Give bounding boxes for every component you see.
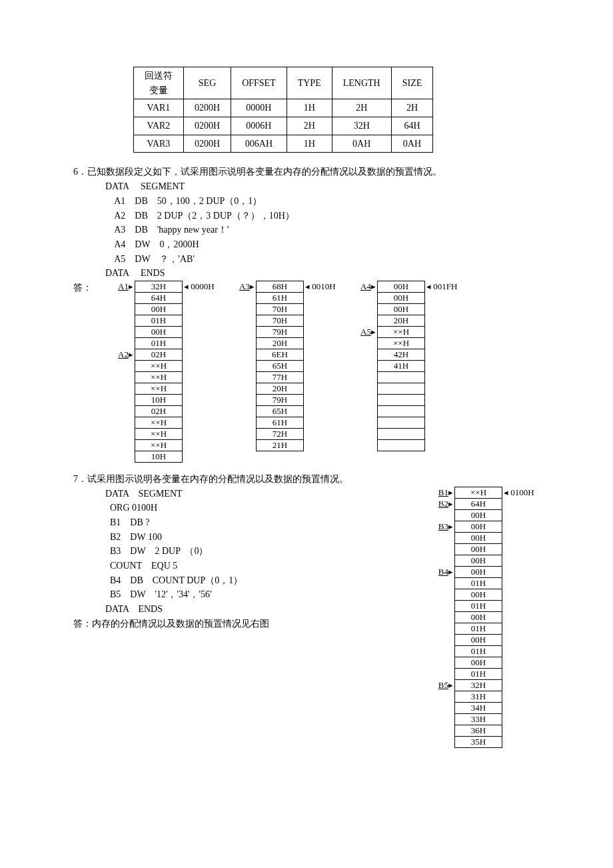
mem-addr [425,394,462,405]
q7-code-8: DATA ENDS [73,602,398,617]
mem-cell: 65H [257,360,304,371]
th-size: SIZE [391,67,433,99]
mem-addr [425,405,462,417]
mem-addr [502,702,540,713]
mem-cell: 00H [378,281,425,292]
mem-addr [502,623,540,634]
mem-label [227,394,256,405]
mem-cell: 20H [257,337,304,349]
mem-addr [425,417,462,428]
mem-label [227,349,256,360]
mem-label [425,543,454,555]
th-length: LENGTH [332,67,391,99]
mem-addr [502,668,540,679]
mem-addr [502,679,540,691]
mem-addr [183,394,220,405]
mem-cell [378,405,425,417]
q7-code-0: DATA SEGMENT [73,487,398,501]
mem-label [105,371,135,383]
mem-cell [378,439,425,451]
mem-addr [183,337,220,349]
cell: 64H [391,117,433,135]
q7-code-6: B4 DB COUNT DUP（0，1） [73,573,398,588]
mem-addr [304,303,341,315]
q6-answer: 答： [73,281,105,295]
mem-addr [183,315,220,326]
mem-cell: 34H [455,702,502,713]
mem-addr [304,292,341,303]
mem-addr [502,736,540,747]
mem-cell: 00H [455,521,502,532]
table-row: VAR3 0200H 006AH 1H 0AH 0AH [134,135,433,153]
mem-addr [502,600,540,611]
mem-label [105,405,135,417]
mem-cell: 00H [378,292,425,303]
mem-cell: 79H [257,394,304,405]
mem-addr [502,725,540,736]
mem-cell: 00H [455,509,502,521]
mem-label [105,315,135,326]
mem-cell: ××H [135,383,183,394]
mem-addr [183,360,220,371]
mem-label [105,303,135,315]
mem-label [348,337,377,349]
mem-cell: 10H [135,451,183,462]
mem-addr [425,292,462,303]
mem-label [425,736,454,747]
mem-label [227,405,256,417]
mem-addr [183,428,220,439]
mem-addr [304,417,341,428]
mem-cell: 35H [455,736,502,747]
mem-addr [183,303,220,315]
mem-cell: 64H [135,292,183,303]
mem-label: A2▸ [105,349,135,360]
q6-code-1: A1 DB 50，100，2 DUP（0，1） [73,194,540,209]
mem-label [425,657,454,668]
q7-text: 试采用图示说明各变量在内存的分配情况以及数据的预置情况。 [87,474,348,484]
mem-addr [304,315,341,326]
mem-label [105,337,135,349]
mem-cell: 6EH [257,349,304,360]
cell: 0200H [184,99,231,117]
q7-code-5: COUNT EQU 5 [73,559,398,573]
mem-addr: ◂ 0000H [183,281,220,292]
cell: 0000H [231,99,287,117]
mem-label [105,439,135,451]
mem-cell: 01H [455,645,502,657]
mem-cell: 00H [455,657,502,668]
mem-label: B2▸ [425,498,454,509]
mem-cell: 01H [135,337,183,349]
mem-label [105,417,135,428]
mem-cell: 00H [455,589,502,600]
q7-memory-diagram: B1▸B2▸B3▸B4▸B5▸ ××H64H00H00H00H00H00H00H… [425,487,540,748]
q7-code-4: B3 DW 2 DUP （0） [73,544,398,559]
mem-addr [425,371,462,383]
mem-label [105,360,135,371]
mem-cell: 61H [257,292,304,303]
mem-addr [502,521,540,532]
mem-cell: 70H [257,303,304,315]
cell: 2H [287,117,332,135]
mem-cell: ××H [135,428,183,439]
mem-cell [378,428,425,439]
mem-cell: 33H [455,713,502,725]
cell: 32H [332,117,391,135]
mem-label [425,634,454,645]
mem-label [425,509,454,521]
question-7: 7．试采用图示说明各变量在内存的分配情况以及数据的预置情况。 [73,472,540,487]
q6-code-3: A3 DB 'happy new year！' [73,223,540,237]
mem-cell: 01H [455,577,502,589]
cell: VAR3 [134,135,184,153]
mem-label [227,439,256,451]
mem-cell: 00H [455,532,502,543]
mem-addr [304,394,341,405]
mem-addr [183,405,220,417]
mem-cell: 00H [455,543,502,555]
cell: 0200H [184,135,231,153]
mem-label [425,702,454,713]
th-var: 回送符变量 [134,67,184,99]
mem-addr [502,555,540,566]
mem-addr [502,589,540,600]
q6-text: 已知数据段定义如下，试采用图示说明各变量在内存的分配情况以及数据的预置情况。 [87,167,442,177]
mem-label: B4▸ [425,566,454,577]
